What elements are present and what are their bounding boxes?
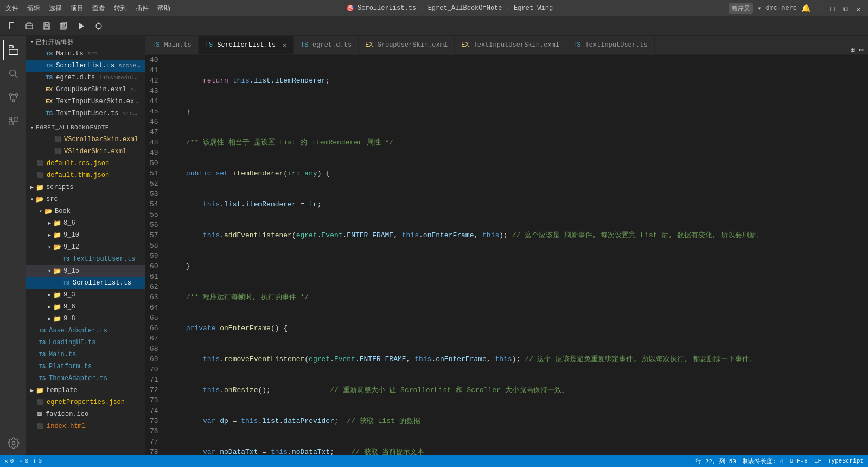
language-mode[interactable]: TypeScript: [828, 458, 864, 464]
activity-extensions[interactable]: [3, 112, 23, 131]
menu-edit[interactable]: 编辑: [27, 4, 40, 13]
tree-scripts-folder[interactable]: ▶ 📁 scripts: [26, 181, 145, 193]
maximize-button[interactable]: □: [830, 5, 837, 11]
open-editor-main-ts[interactable]: TS Main.ts src: [26, 48, 145, 60]
more-actions-button[interactable]: ⋯: [859, 45, 864, 54]
open-editor-groupuserskin[interactable]: EX GroupUserSkin.exml resource...: [26, 84, 145, 96]
run-button[interactable]: [74, 18, 89, 34]
tree-9-6-folder[interactable]: ▶ 📁 9_6: [26, 301, 145, 313]
save-file-button[interactable]: [39, 18, 54, 34]
menu-view[interactable]: 查看: [92, 4, 105, 13]
tree-template-folder[interactable]: ▶ 📁 template: [26, 384, 145, 396]
menu-bar[interactable]: 文件 编辑 选择 项目 查看 转到 插件 帮助: [5, 4, 170, 13]
project-section[interactable]: ▾ EGRET_ALLBOOKOFNOTE: [26, 122, 145, 134]
split-editor-button[interactable]: ⊞: [850, 45, 854, 54]
tree-scrollerlist-ts[interactable]: TS ScrollerList.ts: [26, 277, 145, 289]
folder-chevron: ▾: [48, 268, 51, 274]
tab-scrollerlist-ts[interactable]: TS ScrollerList.ts ✕: [199, 36, 294, 54]
open-editor-label: TextInputUserSkin.exml resou...: [56, 98, 141, 105]
cursor-position[interactable]: 行 22, 列 50: [695, 457, 736, 465]
tree-egretproperties[interactable]: ⬛ egretProperties.json: [26, 396, 145, 408]
file-label: LoadingUI.ts: [49, 339, 95, 346]
activity-explorer[interactable]: [3, 40, 23, 60]
folder-icon: 📁: [36, 387, 44, 395]
tree-main-ts[interactable]: TS Main.ts: [26, 349, 145, 361]
notification-icon[interactable]: 🔔: [801, 4, 810, 13]
tree-9-12-folder[interactable]: ▾ 📂 9_12: [26, 241, 145, 253]
svg-point-21: [10, 94, 12, 96]
activity-search[interactable]: [3, 64, 23, 84]
tree-favicon[interactable]: 🖼 favicon.ico: [26, 408, 145, 420]
tab-label: Main.ts: [164, 41, 191, 49]
exml-icon: ⬛: [54, 148, 61, 155]
open-editor-textinputuser[interactable]: TS TextInputUser.ts src\Book\9_12: [26, 108, 145, 119]
tab-groupuserskin[interactable]: EX GroupUserSkin.exml: [359, 36, 455, 54]
code-content[interactable]: return this.list.itemRenderer; } /** 该属性…: [167, 55, 868, 455]
new-file-button[interactable]: [4, 18, 20, 34]
tree-9-10-folder[interactable]: ▶ 📁 9_10: [26, 229, 145, 241]
restore-button[interactable]: ⧉: [843, 5, 850, 11]
menu-help[interactable]: 帮助: [157, 4, 170, 13]
menu-select[interactable]: 选择: [49, 4, 62, 13]
tab-size[interactable]: 制表符长度: 4: [743, 457, 783, 465]
tab-egret-ts[interactable]: TS egret.d.ts: [294, 36, 359, 54]
tab-label: TextInputUser.ts: [585, 41, 647, 49]
tree-default-thm[interactable]: ⬛ default.thm.json: [26, 169, 145, 181]
tree-loadingui[interactable]: TS LoadingUI.ts: [26, 337, 145, 349]
folder-label: 9_3: [63, 291, 75, 299]
encoding[interactable]: UTF-8: [790, 458, 808, 464]
sidebar: ▾ 已打开编辑器 TS Main.ts src TS ScrollerList.…: [26, 36, 145, 455]
tree-8-6-folder[interactable]: ▶ 📁 8_6: [26, 217, 145, 229]
tab-main-ts[interactable]: TS Main.ts: [145, 36, 199, 54]
profile-label[interactable]: 程序员: [729, 3, 753, 14]
tree-assetadapter[interactable]: TS AssetAdapter.ts: [26, 325, 145, 337]
tree-vscrollbarskin[interactable]: ⬛ VScrollbarSkin.exml: [26, 134, 145, 146]
line-ending[interactable]: LF: [814, 458, 821, 464]
tree-src-folder[interactable]: ▾ 📂 src: [26, 193, 145, 205]
tree-default-res[interactable]: ⬛ default.res.json: [26, 157, 145, 169]
tree-book-folder[interactable]: ▾ 📂 Book: [26, 205, 145, 217]
activity-source-control[interactable]: [3, 88, 23, 108]
tree-9-15-folder[interactable]: ▾ 📂 9_15: [26, 265, 145, 277]
svg-rect-18: [9, 49, 18, 54]
open-editor-egret-ts[interactable]: TS egret.d.ts libs\modules\egret: [26, 72, 145, 84]
menu-goto[interactable]: 转到: [114, 4, 127, 13]
tree-textinputuser-ts[interactable]: TS TextInputUser.ts: [26, 253, 145, 265]
code-editor[interactable]: 40 41 42 43 44 45 46 47 48 49 50 51 52 5…: [145, 55, 868, 455]
tab-close-button[interactable]: ✕: [282, 41, 286, 50]
profile-dropdown-icon[interactable]: ▾: [757, 4, 761, 12]
folder-label: template: [46, 387, 78, 394]
tree-9-3-folder[interactable]: ▶ 📁 9_3: [26, 289, 145, 301]
tab-textinputuserskin[interactable]: EX TextInputUserSkin.exml: [455, 36, 566, 54]
file-label: AssetAdapter.ts: [49, 327, 107, 335]
menu-file[interactable]: 文件: [5, 4, 18, 13]
open-editor-textinputuserskin[interactable]: EX TextInputUserSkin.exml resou...: [26, 96, 145, 108]
folder-label: 9_12: [63, 243, 79, 251]
warning-icon: ⚠: [19, 458, 23, 465]
open-editor-scrollerlist-ts[interactable]: TS ScrollerList.ts src\Book\9_15: [26, 60, 145, 72]
tree-index-html[interactable]: ⬛ index.html: [26, 420, 145, 432]
minimize-button[interactable]: ─: [817, 5, 824, 11]
file-label: egretProperties.json: [47, 399, 125, 406]
tree-vsliderskin[interactable]: ⬛ VSliderSkin.exml: [26, 146, 145, 157]
tree-themeadapter[interactable]: TS ThemeAdapter.ts: [26, 373, 145, 384]
menu-project[interactable]: 项目: [71, 4, 84, 13]
user-area[interactable]: 程序员 ▾ dmc-nero 🔔: [729, 3, 810, 14]
file-label: ScrollerList.ts: [73, 279, 131, 287]
save-all-button[interactable]: [56, 18, 72, 34]
open-editors-section[interactable]: ▾ 已打开编辑器: [26, 36, 145, 48]
error-count[interactable]: ✕ 0 ⚠ 0 ℹ 0: [4, 458, 42, 465]
tree-platform-ts[interactable]: TS Platform.ts: [26, 361, 145, 373]
window-controls[interactable]: 程序员 ▾ dmc-nero 🔔 ─ □ ⧉ ✕: [729, 3, 863, 14]
tab-textinputuser-ts[interactable]: TS TextInputUser.ts: [566, 36, 655, 54]
code-line-40: return this.list.itemRenderer;: [167, 75, 868, 86]
tree-9-8-folder[interactable]: ▶ 📁 9_8: [26, 313, 145, 325]
close-button[interactable]: ✕: [856, 5, 863, 11]
debug-button[interactable]: [91, 18, 106, 34]
code-line-50: this.onResize(); // 重新调整大小 让 ScrollerLis…: [167, 385, 868, 395]
open-file-button[interactable]: [22, 18, 37, 34]
menu-plugins[interactable]: 插件: [136, 4, 149, 13]
open-editor-label: TextInputUser.ts src\Book\9_12: [56, 110, 141, 117]
code-line-48: private onEnterFrame() {: [167, 323, 868, 333]
activity-settings[interactable]: [3, 433, 23, 453]
